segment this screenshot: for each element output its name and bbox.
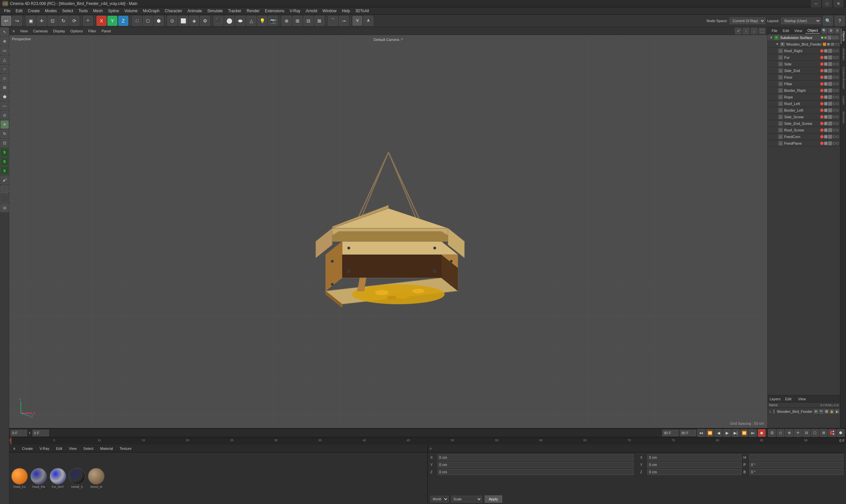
- next-key-btn[interactable]: ⏩: [740, 429, 748, 437]
- sphere-button[interactable]: ⬤: [224, 16, 235, 26]
- mat-item-feed_co[interactable]: Feed_Co: [11, 468, 28, 488]
- lt-spline-s3[interactable]: S: [0, 166, 9, 175]
- lt-select[interactable]: ↖: [0, 28, 9, 36]
- feeder-dot1[interactable]: [827, 42, 830, 46]
- cone-button[interactable]: △: [246, 16, 256, 26]
- menu-spline[interactable]: Spline: [105, 7, 122, 15]
- obj-item-floor[interactable]: △ Floor: [767, 74, 840, 80]
- vp-menu-filter[interactable]: Filter: [87, 29, 98, 34]
- subdivision-surface-item[interactable]: ▼ ⊞ Subdivision Surface: [767, 34, 840, 41]
- obj-item-feedplane[interactable]: △ FeedPlane: [767, 140, 840, 147]
- vp-menu-view[interactable]: View: [18, 29, 29, 34]
- lt-brush[interactable]: ○: [0, 65, 9, 73]
- vp-menu-display[interactable]: Display: [52, 29, 67, 34]
- camera-button[interactable]: 📷: [268, 16, 278, 26]
- points-mode-button[interactable]: ·∷: [132, 16, 142, 26]
- obj-item-pillar[interactable]: △ Pillar: [767, 80, 840, 87]
- menu-character[interactable]: Character: [162, 7, 185, 15]
- obj-red-dot[interactable]: [820, 69, 824, 72]
- lt-weld[interactable]: ⊙: [0, 111, 9, 120]
- vp-icon-down[interactable]: ↓: [751, 28, 757, 34]
- param-mode-btn[interactable]: ⊟: [802, 429, 810, 437]
- layout-icons-button[interactable]: 🔍: [823, 16, 833, 26]
- grid-button[interactable]: ⊠: [314, 16, 324, 26]
- x-axis-button[interactable]: X: [97, 16, 106, 26]
- obj-item-feedcorn[interactable]: △ FeedCorn: [767, 133, 840, 140]
- layers-item[interactable]: ↳ Wooden_Bird_Feeder 👁 📷 🖼 🔒 ▶ ▶: [767, 408, 840, 415]
- layers-view-menu[interactable]: View: [796, 396, 808, 402]
- menu-render[interactable]: Render: [244, 7, 262, 15]
- fracture-button[interactable]: ⊟: [304, 16, 313, 26]
- obj-red-dot[interactable]: [820, 56, 824, 59]
- obj-red-dot[interactable]: [820, 102, 824, 105]
- mat-item-fur_mat[interactable]: Fur_MAT: [50, 468, 66, 488]
- move-tool-button[interactable]: ✛: [37, 16, 47, 26]
- r-tab-layers[interactable]: Layers: [841, 93, 846, 107]
- boole-button[interactable]: ⊗: [282, 16, 292, 26]
- add-button[interactable]: +: [83, 16, 93, 26]
- menu-window[interactable]: Window: [320, 7, 339, 15]
- coord-scale-select[interactable]: Scale Absolute Scale: [451, 496, 482, 502]
- menu-select[interactable]: Select: [59, 7, 76, 15]
- obj-tab-view[interactable]: View: [792, 28, 804, 33]
- play-btn[interactable]: ▶: [723, 429, 731, 437]
- apply-button[interactable]: Apply: [485, 496, 502, 503]
- coord-y-pos[interactable]: [438, 462, 634, 468]
- scale-tool-button[interactable]: ⊡: [48, 16, 57, 26]
- r-tab-content-browser[interactable]: Content Browser: [841, 65, 846, 92]
- menu-tools[interactable]: Tools: [76, 7, 90, 15]
- obj-grey-sq[interactable]: [824, 102, 828, 105]
- obj-grey-sq[interactable]: [824, 122, 828, 125]
- coord-p-val[interactable]: [749, 462, 843, 468]
- coord-b-val[interactable]: [749, 469, 843, 475]
- vp-icon-fullscreen[interactable]: ⛶: [759, 28, 765, 34]
- menu-extensions[interactable]: Extensions: [262, 7, 287, 15]
- layout-select[interactable]: Startup (User): [781, 18, 821, 24]
- layer-locked-btn[interactable]: 🔒: [829, 409, 834, 414]
- coord-hamburger[interactable]: ≡: [430, 447, 432, 450]
- obj-red-dot[interactable]: [820, 89, 824, 92]
- coord-rz-val[interactable]: [647, 469, 741, 475]
- to-end-btn[interactable]: ⏭: [749, 429, 757, 437]
- subdiv-dot2[interactable]: [824, 36, 827, 39]
- layer-mode-btn[interactable]: ⊞: [819, 429, 828, 437]
- obj-red-dot[interactable]: [820, 135, 824, 138]
- polygons-mode-button[interactable]: ⬢: [154, 16, 163, 26]
- layer-anim-btn[interactable]: ▶: [835, 409, 840, 414]
- obj-grey-sq[interactable]: [824, 89, 828, 92]
- lt-checkerboard[interactable]: [0, 185, 9, 194]
- obj-red-dot[interactable]: [820, 142, 824, 145]
- obj-item-fur[interactable]: △ Fur: [767, 54, 840, 61]
- obj-red-dot[interactable]: [820, 76, 824, 79]
- menu-animate[interactable]: Animate: [185, 7, 205, 15]
- obj-grey-sq[interactable]: [824, 95, 828, 99]
- menu-mograph[interactable]: MoGraph: [140, 7, 162, 15]
- obj-grey-sq[interactable]: [824, 76, 828, 79]
- maximize-button[interactable]: □: [822, 0, 832, 7]
- obj-tab-file[interactable]: File: [770, 28, 779, 33]
- obj-item-rope[interactable]: △ Rope: [767, 94, 840, 101]
- lt-move[interactable]: ✛: [0, 120, 9, 129]
- obj-grey-sq[interactable]: [824, 142, 828, 145]
- obj-red-dot[interactable]: [820, 62, 824, 66]
- viewport-canvas[interactable]: Perspective Default Camera :*: [9, 35, 767, 428]
- obj-item-roof-right[interactable]: △ Roof_Right: [767, 48, 840, 54]
- path-mode-btn[interactable]: ✛: [794, 429, 802, 437]
- y-axis-button[interactable]: Y: [107, 16, 117, 26]
- obj-settings-icon[interactable]: ≡: [834, 28, 840, 34]
- lt-spline-s1[interactable]: S: [0, 148, 9, 157]
- mat-menu-texture[interactable]: Texture: [118, 446, 134, 451]
- layer-camera-btn[interactable]: 📷: [819, 409, 824, 414]
- anim-mode-btn[interactable]: ⏲: [777, 429, 784, 437]
- minimize-button[interactable]: ─: [811, 0, 821, 7]
- coord-h-val[interactable]: [749, 454, 843, 461]
- edges-mode-button[interactable]: ⬡: [143, 16, 153, 26]
- coord-space-select[interactable]: World Object: [430, 496, 449, 502]
- keyframe-mode-btn[interactable]: ⦿: [768, 429, 776, 437]
- r-tab-attributes[interactable]: Attributes: [841, 45, 846, 63]
- coord-ry-val[interactable]: [647, 462, 741, 468]
- menu-v-ray[interactable]: V-Ray: [287, 7, 303, 15]
- obj-red-dot[interactable]: [820, 109, 824, 112]
- obj-grey-sq[interactable]: [824, 82, 828, 86]
- cylinder-button[interactable]: ⬬: [236, 16, 245, 26]
